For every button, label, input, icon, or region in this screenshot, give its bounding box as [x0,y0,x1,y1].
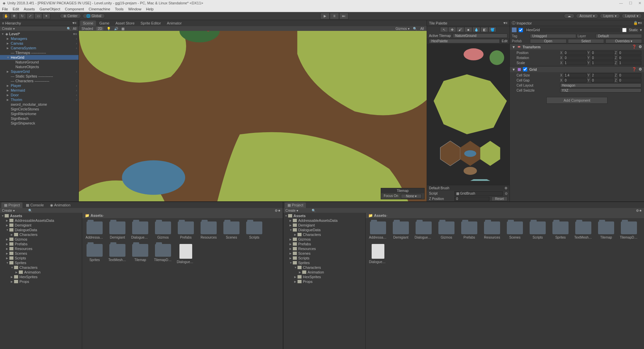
hierarchy-item[interactable]: NatureObjects [0,64,78,69]
asset-item[interactable]: Tilemap [597,221,615,239]
position-y[interactable] [591,51,614,55]
tree-item[interactable]: ▶Demigiant [0,223,82,228]
asset-item[interactable]: Scripts [245,221,263,239]
filter-icon[interactable]: ⚙ [636,209,639,212]
tree-item[interactable]: ▼Characters [283,265,365,270]
focus-dropdown[interactable]: None ▾ [401,194,422,198]
asset-item[interactable]: Addressabl... [369,221,387,239]
position-z[interactable] [618,51,641,55]
panel-menu-icon[interactable]: ▾≡ [503,21,507,25]
menu-tools[interactable]: Tools [115,7,124,11]
panel-menu-icon[interactable]: ▾≡ [72,21,76,25]
hierarchy-item[interactable]: SignCircleStones [0,107,78,111]
tab-asset-store[interactable]: Asset Store [113,20,137,26]
tree-item[interactable]: ▶Scripts [0,256,82,260]
tree-item[interactable]: ▼DialogueData [283,228,365,232]
menu-help[interactable]: Help [146,7,154,11]
gizmos-dropdown[interactable]: Gizmos ▾ [395,27,410,31]
scale-y[interactable] [591,61,614,65]
cell-size-x[interactable] [564,73,587,78]
gear-icon[interactable]: ⚙ [639,67,642,71]
tree-item[interactable]: ▶Demigiant [283,223,365,228]
layers-dropdown[interactable]: Layers ▾ [600,13,620,18]
fx-icon[interactable]: ▦ [121,27,124,31]
hierarchy-item[interactable]: ▼HexGrid› [0,55,78,60]
asset-item[interactable]: TextMesh P... [574,221,592,239]
tree-item[interactable]: ▼DialogueData [0,228,82,232]
shading-dropdown[interactable]: Shaded [82,27,93,31]
tree-item[interactable]: ▼Characters [0,265,82,270]
tree-item[interactable]: ▼Sprites [0,260,82,265]
hierarchy-item[interactable]: --- Characters ------------ [0,79,78,83]
grid-header[interactable]: ▼ ▦ Grid❓ ⚙ [510,66,644,72]
hierarchy-item[interactable]: ▶Thorim› [0,97,78,102]
asset-item[interactable]: Gizmos [437,221,455,239]
asset-item[interactable]: Sprites [551,221,570,239]
cellSwizzle-dropdown[interactable]: YXZ [560,88,641,93]
tree-item[interactable]: ▼Assets [0,213,82,218]
hierarchy-item[interactable]: --- Static Sprites ------------ [0,74,78,79]
scale-x[interactable] [564,61,587,65]
tree-item[interactable]: ▶Characters [283,232,365,237]
hierarchy-item[interactable]: ▶Door› [0,93,78,97]
tree-item[interactable]: ▶AddressableAssetsData [283,218,365,223]
rect-tool-button[interactable]: ▭ [34,13,42,19]
tab-project[interactable]: ▦ Project [285,202,306,208]
hierarchy-item[interactable]: SignRikrsHome [0,111,78,116]
asset-item[interactable]: Tilemap [131,244,149,264]
help-icon[interactable]: ❓ [632,45,637,49]
add-component-button[interactable]: Add Component [546,97,607,104]
asset-item[interactable]: Addressabl... [86,221,104,239]
tree-item[interactable]: ▶HexSprites [283,275,365,279]
tag-dropdown[interactable]: Untagged [530,34,576,38]
menu-edit[interactable]: Edit [13,7,19,11]
tree-item[interactable]: ▶Props [0,279,82,284]
gameobject-icon[interactable] [512,28,517,32]
space-toggle[interactable]: 🌐Global [83,13,105,18]
menu-component[interactable]: Component [65,7,84,11]
asset-item[interactable]: DialogueDa... [369,244,387,264]
pivot-toggle[interactable]: ⊕Center [60,13,81,18]
scale-z[interactable] [618,61,641,65]
cell-gap-z[interactable] [618,78,641,83]
tab-scene[interactable]: Scene [80,20,96,26]
asset-item[interactable]: Sprites [86,244,104,264]
asset-item[interactable]: DialogueDa... [131,221,149,239]
picker-icon[interactable]: ⊙ [505,192,507,195]
play-button[interactable]: ▶ [320,13,330,19]
transform-tool-button[interactable]: ✦ [42,13,50,19]
asset-item[interactable]: DialogueDa... [177,244,195,264]
asset-item[interactable]: TilemapData [154,244,172,264]
active-tilemap-dropdown[interactable]: NatureGround [453,34,507,38]
create-dropdown[interactable]: Create ▾ [285,209,298,212]
lighting-icon[interactable]: 💡 [107,27,111,31]
asset-item[interactable]: DialogueDa... [415,221,433,239]
tree-item[interactable]: ▶Animation [283,270,365,275]
project-search[interactable]: 🔍 [312,209,623,212]
tp-select-tool[interactable]: ↖ [440,27,448,32]
hierarchy-item[interactable]: SignShipwreck [0,121,78,126]
hierarchy-item[interactable]: sword_modular_stone [0,102,78,107]
scale-tool-button[interactable]: ⤢ [26,13,34,19]
asset-item[interactable]: Gizmos [154,221,172,239]
tp-picker-tool[interactable]: 💧 [472,27,480,32]
filter-icon[interactable]: ⚙ [275,209,278,212]
asset-item[interactable]: Prefabs [177,221,195,239]
tree-item[interactable]: ▼Sprites [283,260,365,265]
open-button[interactable]: Open [530,39,567,43]
layout-dropdown[interactable]: Layout ▾ [622,13,642,18]
palette-viewport[interactable] [427,44,509,185]
scene-viewport[interactable]: Tilemap Focus On None ▾ [79,31,427,201]
gear-icon[interactable]: ⚙ [639,45,642,49]
transform-header[interactable]: ▼ ⬌ Transform❓ ⚙ [510,44,644,50]
brush-menu-icon[interactable]: ⚙ [504,186,507,190]
menu-window[interactable]: Window [128,7,141,11]
zpos-field[interactable]: 0 [454,197,489,201]
tree-item[interactable]: ▶Prefabs [0,242,82,246]
close-icon[interactable]: ✕ [638,1,641,5]
cloud-button[interactable]: ☁ [564,13,575,18]
hierarchy-item[interactable]: ▶Managers› [0,36,78,41]
cell-gap-x[interactable] [564,78,587,83]
menu-file[interactable]: File [2,7,8,11]
hierarchy-item[interactable]: SignBeach [0,116,78,121]
